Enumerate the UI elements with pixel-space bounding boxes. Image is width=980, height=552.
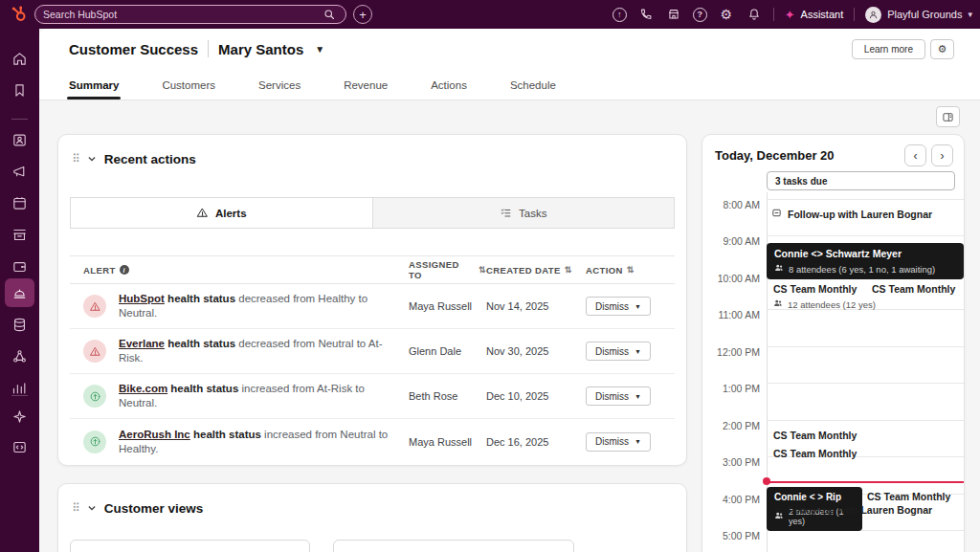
divider (11, 119, 28, 120)
tab-services[interactable]: Services (258, 71, 301, 99)
dismiss-button[interactable]: Dismiss▼ (586, 297, 651, 316)
tab-tasks[interactable]: Tasks (372, 198, 675, 228)
company-link[interactable]: Everlane (119, 338, 165, 349)
customer-view-tile[interactable] (70, 540, 310, 552)
tasks-due-badge[interactable]: 3 tasks due (767, 171, 955, 190)
tab-summary[interactable]: Summary (69, 71, 119, 99)
search-icon[interactable] (321, 6, 338, 23)
time-label: 11:00 AM (702, 309, 760, 320)
sidebar-item-content[interactable] (5, 188, 34, 217)
help-icon[interactable]: ? (693, 8, 707, 22)
phone-icon[interactable] (637, 6, 655, 23)
wallet-icon (11, 258, 28, 275)
dismiss-button[interactable]: Dismiss▼ (586, 432, 651, 452)
time-label: 5:00 PM (702, 530, 760, 541)
calendar-event-task[interactable]: Follow-up with Lauren Bognar (771, 208, 932, 221)
next-day-button[interactable]: › (931, 144, 953, 166)
calendar-event-meeting[interactable]: CS Team Monthly 12 attendees (12 yes) (773, 283, 876, 310)
created-date-cell: Nov 14, 2025 (486, 300, 582, 312)
sidebar-item-bookmarks[interactable] (5, 76, 34, 104)
sidebar-item-marketing[interactable] (5, 157, 34, 186)
panel-layout-icon (942, 111, 954, 123)
calendar-event-meeting[interactable]: CS Team Monthly (773, 448, 857, 460)
column-header-assigned-to[interactable]: ASSIGNED TO⇅ (409, 259, 486, 280)
commerce-drawer-icon (11, 227, 28, 243)
sparkle-icon: ✦ (785, 8, 795, 22)
calendar-event-meeting[interactable]: CS Team Monthly (872, 283, 955, 296)
company-link[interactable]: Bike.com (119, 383, 167, 394)
reporting-chart-icon (11, 380, 28, 396)
time-label: 12:00 PM (702, 346, 760, 358)
learn-more-button[interactable]: Learn more (852, 39, 925, 59)
health-decrease-icon (83, 340, 106, 363)
drag-handle-icon[interactable]: ⠿ (72, 152, 79, 166)
sidebar-item-payments[interactable] (5, 252, 34, 280)
hour-gridline (767, 199, 964, 200)
calendar-event-meeting[interactable]: CS Team Monthly (773, 430, 857, 442)
calendar-event-meeting[interactable]: CS Team Monthly (867, 491, 950, 503)
settings-icon[interactable]: ⚙ (718, 6, 735, 23)
dismiss-button[interactable]: Dismiss▼ (586, 386, 651, 406)
notifications-icon[interactable] (746, 6, 763, 23)
chevron-down-icon[interactable] (87, 150, 97, 167)
column-header-alert[interactable]: ALERTi (70, 265, 409, 276)
workspace-settings-button[interactable]: ⚙ (930, 39, 954, 59)
automation-workflow-icon (11, 348, 28, 364)
sort-icon[interactable]: ⇅ (565, 265, 572, 275)
tab-schedule[interactable]: Schedule (510, 71, 556, 99)
tab-alerts[interactable]: Alerts (71, 198, 372, 228)
table-row: AeroRush Inc health status increased fro… (70, 419, 675, 464)
dismiss-button[interactable]: Dismiss▼ (586, 342, 651, 361)
sort-icon[interactable]: ⇅ (479, 265, 486, 275)
sidebar-item-data[interactable] (5, 310, 34, 339)
table-row: Bike.com health status increased from At… (70, 374, 675, 419)
gear-icon: ⚙ (938, 43, 947, 55)
global-search[interactable] (34, 5, 346, 24)
sidebar-item-commerce[interactable] (5, 220, 34, 249)
sidebar-item-developer[interactable] (5, 432, 34, 461)
create-new-button[interactable]: + (353, 5, 372, 24)
column-header-created-date[interactable]: CREATED DATE⇅ (486, 265, 582, 276)
hubspot-logo-icon[interactable] (9, 4, 30, 25)
sort-icon[interactable]: ⇅ (627, 265, 635, 275)
upgrade-icon[interactable]: ↑ (612, 8, 627, 22)
column-header-action[interactable]: ACTION⇅ (582, 265, 675, 276)
time-label: 10:00 AM (702, 273, 760, 284)
assistant-button[interactable]: ✦ Assistant (785, 8, 844, 22)
current-time-line (767, 481, 964, 483)
ai-sparkle-icon (11, 408, 28, 425)
health-increase-icon (83, 385, 106, 408)
info-icon[interactable]: i (120, 265, 129, 275)
search-input[interactable] (43, 9, 321, 20)
chevron-down-icon[interactable] (87, 499, 97, 517)
customer-view-tile[interactable] (333, 540, 574, 552)
company-link[interactable]: HubSpot (119, 293, 165, 304)
calendar-event-task[interactable]: Follow-up with Lauren Bognar (771, 503, 932, 517)
tab-customers[interactable]: Customers (162, 71, 215, 99)
sidebar-item-ai[interactable] (5, 402, 34, 431)
sidebar-item-reporting[interactable] (5, 373, 34, 402)
view-selector[interactable]: Mary Santos (218, 41, 303, 57)
drag-handle-icon[interactable]: ⠿ (72, 501, 79, 515)
sidebar-item-customer-success[interactable] (5, 278, 34, 307)
day-timeline: 8:00 AM 9:00 AM 10:00 AM 11:00 AM 12:00 … (702, 192, 965, 552)
warning-triangle-icon (196, 207, 209, 219)
page-header: Customer Success Mary Santos ▼ Learn mor… (39, 29, 980, 100)
hour-gridline (767, 235, 964, 236)
account-menu[interactable]: Playful Grounds ▾ (865, 7, 972, 23)
divider (854, 8, 855, 21)
marketplace-icon[interactable] (665, 6, 682, 23)
sidebar-item-crm[interactable] (5, 125, 34, 154)
data-database-icon (11, 317, 28, 333)
recent-actions-card: ⠿ Recent actions Alerts Tasks ALERTi ASS… (57, 134, 687, 466)
tab-revenue[interactable]: Revenue (344, 71, 388, 99)
collapse-panel-button[interactable] (936, 106, 960, 127)
sidebar-item-automations[interactable] (5, 342, 34, 370)
code-data-icon (11, 439, 28, 455)
chevron-down-icon[interactable]: ▼ (315, 44, 324, 55)
tab-actions[interactable]: Actions (431, 71, 467, 99)
previous-day-button[interactable]: ‹ (904, 144, 926, 166)
company-link[interactable]: AeroRush Inc (119, 429, 190, 440)
sidebar-item-home[interactable] (5, 44, 34, 73)
calendar-event-meeting[interactable]: Connie <> Schwartz Meyer 8 attendees (6 … (767, 243, 964, 279)
